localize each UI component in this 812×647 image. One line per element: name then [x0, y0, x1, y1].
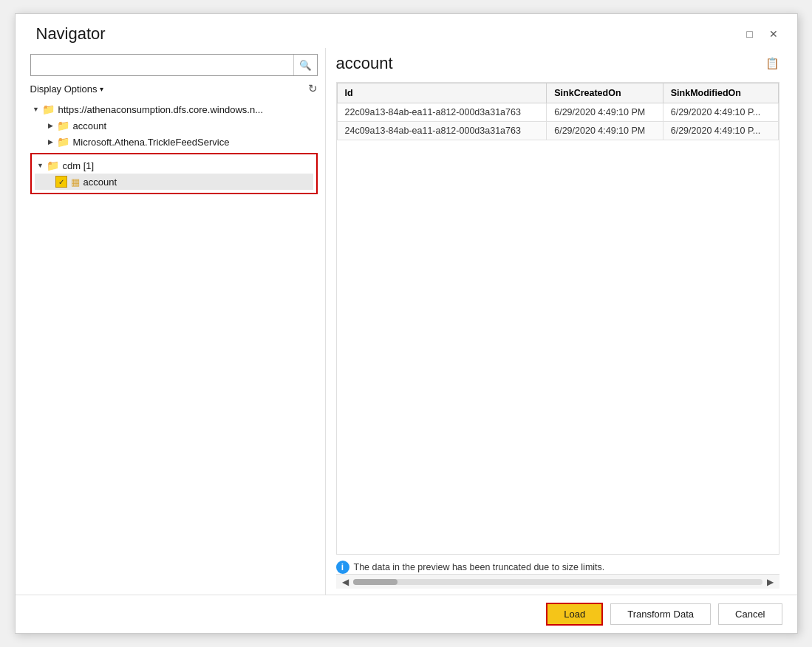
minimize-button[interactable]: □ [741, 25, 759, 43]
tree-area: ▼ 📁 https://athenaconsumption.dfs.core.w… [30, 101, 318, 589]
folder-icon: 📁 [57, 136, 69, 148]
cancel-button[interactable]: Cancel [718, 603, 782, 625]
collapse-icon: ▼ [35, 162, 47, 169]
table-cell: 6/29/2020 4:49:10 P... [663, 122, 778, 140]
table-row: 22c09a13-84ab-ea11-a812-000d3a31a7636/29… [337, 103, 778, 122]
expand-icon: ▶ [45, 122, 57, 129]
root-url-label: https://athenaconsumption.dfs.core.windo… [58, 104, 264, 115]
scroll-track[interactable] [353, 579, 762, 585]
search-input[interactable] [31, 57, 293, 74]
table-cell: 6/29/2020 4:49:10 P... [663, 103, 778, 122]
folder-icon: 📁 [47, 160, 59, 171]
scroll-thumb[interactable] [353, 579, 398, 585]
display-options-row: Display Options ▾ ↻ [30, 82, 318, 95]
data-table-wrapper: Id SinkCreatedOn SinkModifiedOn 22c09a13… [336, 82, 779, 555]
refresh-button[interactable]: ↻ [308, 82, 318, 95]
folder-icon: 📁 [57, 120, 69, 131]
table-row: 24c09a13-84ab-ea11-a812-000d3a31a7636/29… [337, 122, 778, 140]
expand-icon: ▶ [45, 138, 57, 146]
navigator-dialog: Navigator □ ✕ 🔍 Display Options ▾ ↻ [15, 13, 798, 634]
account-checked-item[interactable]: ✓ ▦ account [35, 174, 313, 190]
search-button[interactable]: 🔍 [293, 55, 317, 75]
tree-item-account[interactable]: ▶ 📁 account [45, 117, 318, 134]
tree-root-item[interactable]: ▼ 📁 https://athenaconsumption.dfs.core.w… [30, 101, 318, 117]
account-label: account [73, 120, 107, 131]
notice-text: The data in the preview has been truncat… [354, 562, 605, 572]
preview-title: account [336, 54, 393, 73]
table-cell: 6/29/2020 4:49:10 PM [547, 103, 663, 122]
info-icon: i [336, 561, 349, 574]
close-button[interactable]: ✕ [765, 25, 782, 43]
scroll-right-button[interactable]: ▶ [765, 577, 775, 587]
collapse-icon: ▼ [30, 106, 42, 113]
info-notice: i The data in the preview has been trunc… [336, 561, 779, 574]
col-header-sinkmodifiedon: SinkModifiedOn [663, 83, 778, 103]
table-cell: 6/29/2020 4:49:10 PM [547, 122, 663, 140]
col-header-id: Id [337, 83, 547, 103]
tree-item-microsoft-athena[interactable]: ▶ 📁 Microsoft.Athena.TrickleFeedService [45, 134, 318, 150]
display-options-label: Display Options [30, 83, 98, 95]
preview-action-button[interactable]: 📋 [765, 57, 779, 70]
account-checked-label: account [83, 177, 117, 188]
cdm-label: cdm [1] [63, 160, 95, 171]
tree-root-children: ▶ 📁 account ▶ 📁 Microsoft.Athena.Trickle… [30, 117, 318, 150]
left-panel: 🔍 Display Options ▾ ↻ ▼ 📁 https://athena… [23, 48, 326, 595]
dialog-title: Navigator [36, 24, 106, 44]
display-options-button[interactable]: Display Options ▾ [30, 83, 103, 95]
title-controls: □ ✕ [741, 25, 782, 43]
load-button[interactable]: Load [546, 603, 603, 626]
microsoft-athena-label: Microsoft.Athena.TrickleFeedService [73, 137, 230, 148]
title-bar: Navigator □ ✕ [16, 14, 797, 48]
cdm-group: ▼ 📁 cdm [1] ✓ ▦ account [30, 153, 318, 194]
col-header-sinkcreatedon: SinkCreatedOn [547, 83, 663, 103]
right-panel: account 📋 Id SinkCreatedOn SinkModifiedO… [326, 48, 790, 595]
search-bar: 🔍 [30, 54, 318, 76]
transform-data-button[interactable]: Transform Data [610, 603, 711, 625]
right-header: account 📋 [336, 54, 779, 73]
footer: Load Transform Data Cancel [16, 595, 797, 633]
table-cell: 22c09a13-84ab-ea11-a812-000d3a31a763 [337, 103, 547, 122]
checkbox-checked-icon[interactable]: ✓ [55, 176, 67, 188]
chevron-down-icon: ▾ [100, 85, 103, 93]
scroll-left-button[interactable]: ◀ [341, 577, 350, 587]
horizontal-scrollbar: ◀ ▶ [336, 574, 779, 589]
table-cell: 24c09a13-84ab-ea11-a812-000d3a31a763 [337, 122, 547, 140]
table-icon: ▦ [71, 177, 80, 188]
cdm-group-header[interactable]: ▼ 📁 cdm [1] [32, 157, 316, 174]
data-table: Id SinkCreatedOn SinkModifiedOn 22c09a13… [337, 83, 779, 140]
main-content: 🔍 Display Options ▾ ↻ ▼ 📁 https://athena… [16, 48, 797, 595]
folder-icon: 📁 [42, 103, 55, 115]
